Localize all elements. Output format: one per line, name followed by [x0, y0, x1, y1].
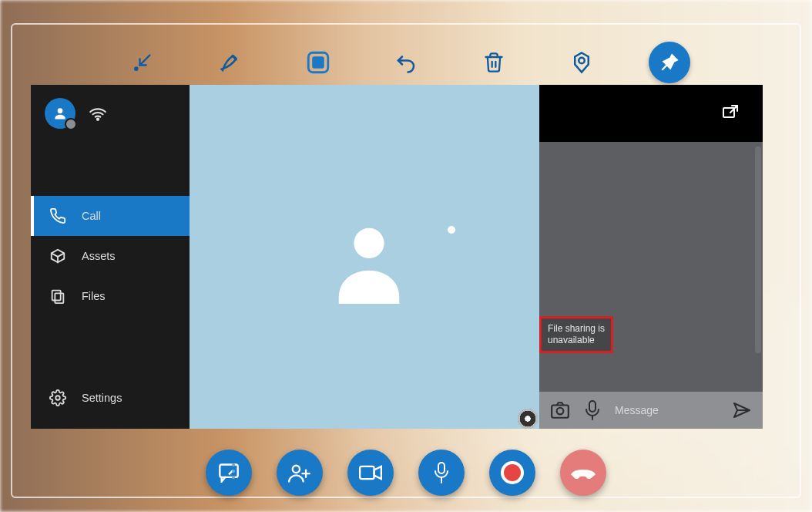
sidebar-item-settings[interactable]: Settings — [31, 378, 190, 418]
svg-rect-27 — [360, 467, 374, 479]
svg-point-20 — [232, 463, 235, 467]
svg-point-1 — [135, 68, 137, 70]
person-placeholder-icon — [332, 219, 406, 307]
popout-icon[interactable] — [721, 103, 740, 124]
chat-panel: File sharing is unavailable Message — [539, 85, 763, 429]
svg-point-22 — [232, 476, 235, 479]
call-action-bar — [0, 446, 812, 500]
svg-rect-9 — [55, 293, 63, 303]
video-area — [190, 85, 539, 429]
record-button[interactable] — [489, 450, 535, 496]
sidebar-item-files[interactable]: Files — [31, 276, 190, 316]
sidebar-item-label: Assets — [82, 250, 116, 262]
svg-rect-3 — [312, 56, 324, 69]
sidebar: Call Assets Files Settings — [31, 85, 190, 429]
shape-square-icon[interactable] — [297, 42, 339, 83]
app-window: Call Assets Files Settings — [31, 85, 763, 429]
sidebar-item-label: Files — [82, 290, 106, 302]
chat-header — [539, 85, 763, 142]
svg-point-7 — [97, 119, 99, 120]
more-menu-icon[interactable] — [231, 462, 236, 483]
mic-input-icon[interactable] — [584, 400, 601, 420]
sidebar-header — [31, 85, 190, 142]
sidebar-item-call[interactable]: Call — [31, 196, 190, 236]
chat-messages[interactable]: File sharing is unavailable — [539, 142, 763, 392]
svg-point-10 — [55, 396, 60, 400]
pen-icon[interactable] — [210, 42, 251, 83]
undo-icon[interactable] — [385, 42, 427, 83]
svg-marker-28 — [374, 467, 381, 479]
record-indicator-icon — [504, 464, 521, 481]
svg-rect-16 — [589, 401, 596, 412]
chat-scrollbar[interactable] — [755, 147, 761, 353]
svg-point-15 — [557, 408, 564, 415]
files-icon — [48, 288, 68, 305]
send-icon[interactable] — [732, 401, 752, 419]
arrow-in-icon[interactable] — [122, 42, 163, 83]
chat-button[interactable] — [206, 450, 252, 496]
lens-decoration — [518, 409, 538, 429]
chat-input-bar: Message — [539, 392, 763, 429]
file-sharing-tooltip: File sharing is unavailable — [539, 316, 613, 353]
assets-icon — [48, 248, 68, 264]
add-person-button[interactable] — [277, 450, 323, 496]
svg-point-24 — [293, 466, 300, 473]
svg-line-0 — [140, 56, 150, 66]
hangup-button[interactable] — [560, 450, 606, 496]
svg-rect-29 — [438, 463, 445, 473]
svg-point-11 — [354, 228, 384, 258]
avatar[interactable] — [45, 98, 75, 129]
mic-button[interactable] — [418, 450, 465, 496]
svg-point-5 — [579, 58, 585, 64]
video-button[interactable] — [347, 450, 394, 496]
svg-rect-8 — [52, 291, 61, 301]
sidebar-item-label: Call — [82, 210, 101, 222]
camera-capture-icon[interactable] — [550, 401, 570, 419]
svg-point-21 — [232, 470, 235, 473]
remote-cursor — [448, 226, 455, 234]
location-target-icon[interactable] — [561, 42, 602, 83]
svg-point-6 — [58, 108, 63, 113]
sidebar-item-assets[interactable]: Assets — [31, 236, 190, 276]
sidebar-item-label: Settings — [82, 392, 122, 404]
settings-icon — [48, 389, 68, 406]
trash-icon[interactable] — [473, 42, 515, 83]
network-icon[interactable] — [88, 102, 108, 125]
pin-icon[interactable] — [649, 42, 690, 83]
phone-icon — [48, 207, 68, 224]
message-input[interactable]: Message — [615, 404, 718, 416]
annotation-toolbar — [0, 42, 812, 83]
